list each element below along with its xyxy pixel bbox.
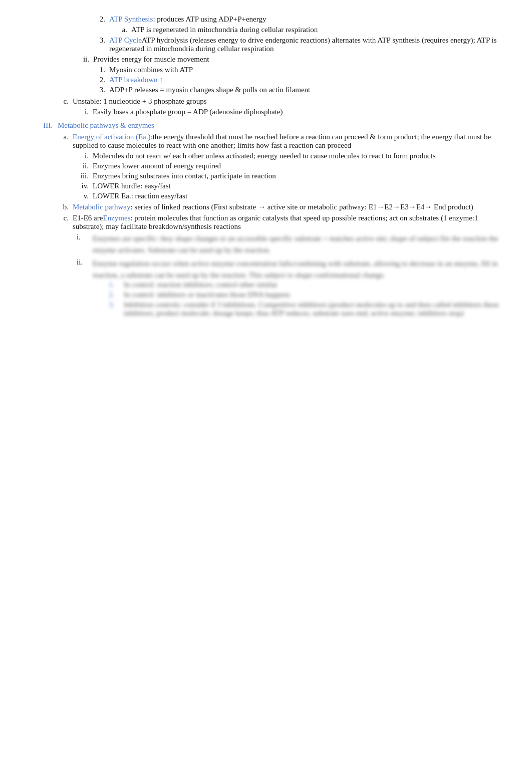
- blurred-ii-sub-2-text: In control: inhibitors or inactivates th…: [124, 291, 290, 299]
- item-2-atp-synthesis: 2. ATP Synthesis: produces ATP using ADP…: [30, 15, 502, 34]
- blurred-ii-sub-1-num: 1.: [109, 281, 124, 289]
- blurred-ii-content: Enzyme regulation occurs when active enz…: [93, 258, 502, 319]
- item-3-atp-cycle: 3. ATP CycleATP hydrolysis (releases ene…: [30, 36, 502, 53]
- document-content: 2. ATP Synthesis: produces ATP using ADP…: [30, 15, 502, 319]
- atp-breakdown-link[interactable]: ATP breakdown ↑: [109, 76, 163, 84]
- a-sub-v-text: LOWER Ea.: reaction easy/fast: [93, 192, 502, 200]
- a-sub-iii-text: Enzymes bring substrates into contact, p…: [93, 172, 502, 180]
- a-sub-iii-num: iii.: [77, 172, 93, 180]
- section-III-a-subs: i. Molecules do not react w/ each other …: [58, 152, 502, 200]
- section-III-num: III.: [30, 121, 58, 130]
- a-sub-iv-num: iv.: [77, 182, 93, 190]
- c-unstable-sub-i-num: i.: [77, 108, 93, 116]
- ii-item-3-text: ADP+P releases = myosin changes shape & …: [109, 86, 502, 94]
- blurred-ii-text: Enzyme regulation occurs when active enz…: [93, 258, 502, 281]
- section-III: III. Metabolic pathways & enzymes a. Ene…: [30, 121, 502, 319]
- section-ii-text: Provides energy for muscle movement: [93, 55, 502, 64]
- c-text-after: : protein molecules that function as org…: [73, 214, 478, 230]
- section-III-a-text: Energy of activation (Ea.):the energy th…: [73, 133, 502, 150]
- c-unstable-sub: i. Easily loses a phosphate group = ADP …: [58, 108, 502, 116]
- section-III-c-text: E1-E6 areEnzymes: protein molecules that…: [73, 214, 502, 231]
- c-unstable-num: c.: [58, 97, 73, 106]
- atp-cycle-link[interactable]: ATP Cycle: [109, 36, 142, 44]
- ii-item-2-num: 2.: [95, 76, 109, 84]
- blurred-i-num: i.: [77, 233, 93, 241]
- ii-item-3-num: 3.: [95, 86, 109, 94]
- blurred-item-ii: ii. Enzyme regulation occurs when active…: [77, 258, 502, 319]
- blurred-ii-sub-2-num: 2.: [109, 291, 124, 299]
- blurred-item-i: i. Enzymes are specific: they shape chan…: [77, 233, 502, 255]
- section-III-heading: Metabolic pathways & enzymes: [58, 121, 154, 130]
- a-sub-ii-text: Enzymes lower amount of energy required: [93, 162, 502, 170]
- blurred-ii-subs: 1. In control: reaction inhibitors; cont…: [93, 281, 502, 318]
- a-sub-v-num: v.: [77, 192, 93, 200]
- blurred-i-content: Enzymes are specific: they shape changes…: [93, 233, 502, 255]
- blurred-ii-num: ii.: [77, 258, 93, 267]
- item-2a-num: a.: [115, 26, 131, 34]
- section-ii-num: ii.: [75, 55, 93, 64]
- blurred-i-text: Enzymes are specific: they shape changes…: [93, 233, 502, 255]
- a-sub-i-text: Molecules do not react w/ each other unl…: [93, 152, 502, 160]
- metabolic-pathway-link[interactable]: Metabolic pathway: [73, 203, 130, 211]
- section-III-a-num: a.: [58, 133, 73, 141]
- item-3-text-after: ATP hydrolysis (releases energy to drive…: [109, 36, 496, 53]
- ii-item-1-num: 1.: [95, 66, 109, 74]
- energy-activation-link[interactable]: Energy of activation (Ea.):: [73, 133, 153, 141]
- c-unstable-sub-i-text: Easily loses a phosphate group = ADP (ad…: [93, 108, 502, 116]
- a-sub-ii-num: ii.: [77, 162, 93, 170]
- enzymes-link[interactable]: Enzymes: [103, 214, 130, 222]
- item-2-text: ATP Synthesis: produces ATP using ADP+P+…: [109, 15, 502, 24]
- blurred-ii-sub-2: 2. In control: inhibitors or inactivates…: [109, 291, 502, 299]
- ii-item-1-text: Myosin combines with ATP: [109, 66, 502, 74]
- section-III-c-blurred: i. Enzymes are specific: they shape chan…: [58, 233, 502, 319]
- atp-synthesis-link[interactable]: ATP Synthesis: [109, 15, 153, 23]
- ii-item-2-text: ATP breakdown ↑: [109, 76, 502, 84]
- a-sub-i-num: i.: [77, 152, 93, 160]
- c-unstable-text: Unstable: 1 nucleotide + 3 phosphate gro…: [73, 97, 502, 106]
- item-3-num: 3.: [95, 36, 109, 53]
- blurred-ii-sub-1: 1. In control: reaction inhibitors; cont…: [109, 281, 502, 289]
- item-3-text: ATP CycleATP hydrolysis (releases energy…: [109, 36, 502, 53]
- item-2a-text: ATP is regenerated in mitochondria durin…: [131, 26, 502, 34]
- section-ii-items: 1. Myosin combines with ATP 2. ATP break…: [75, 66, 502, 94]
- blurred-ii-sub-3-text: Inhibition controls: consider if 3 inhib…: [124, 301, 502, 318]
- section-III-b-text: Metabolic pathway: series of linked reac…: [73, 203, 502, 211]
- section-ii: ii. Provides energy for muscle movement …: [30, 55, 502, 94]
- metabolic-pathway-text: : series of linked reactions (First subs…: [130, 203, 473, 211]
- section-III-a: a. Energy of activation (Ea.):the energy…: [30, 133, 502, 200]
- section-c-unstable: c. Unstable: 1 nucleotide + 3 phosphate …: [30, 97, 502, 116]
- blurred-ii-sub-3-num: 3.: [109, 301, 124, 309]
- section-III-c: c. E1-E6 areEnzymes: protein molecules t…: [30, 214, 502, 319]
- section-III-b: b. Metabolic pathway: series of linked r…: [30, 203, 502, 211]
- blurred-ii-sub-1-text: In control: reaction inhibitors; control…: [124, 281, 278, 289]
- section-III-b-num: b.: [58, 203, 73, 211]
- item-2-num: 2.: [95, 15, 109, 24]
- c-text-before: E1-E6 are: [73, 214, 103, 222]
- blurred-ii-sub-3: 3. Inhibition controls: consider if 3 in…: [109, 301, 502, 318]
- item-2-text-after: : produces ATP using ADP+P+energy: [153, 15, 266, 23]
- a-sub-iv-text: LOWER hurdle: easy/fast: [93, 182, 502, 190]
- section-III-c-num: c.: [58, 214, 73, 222]
